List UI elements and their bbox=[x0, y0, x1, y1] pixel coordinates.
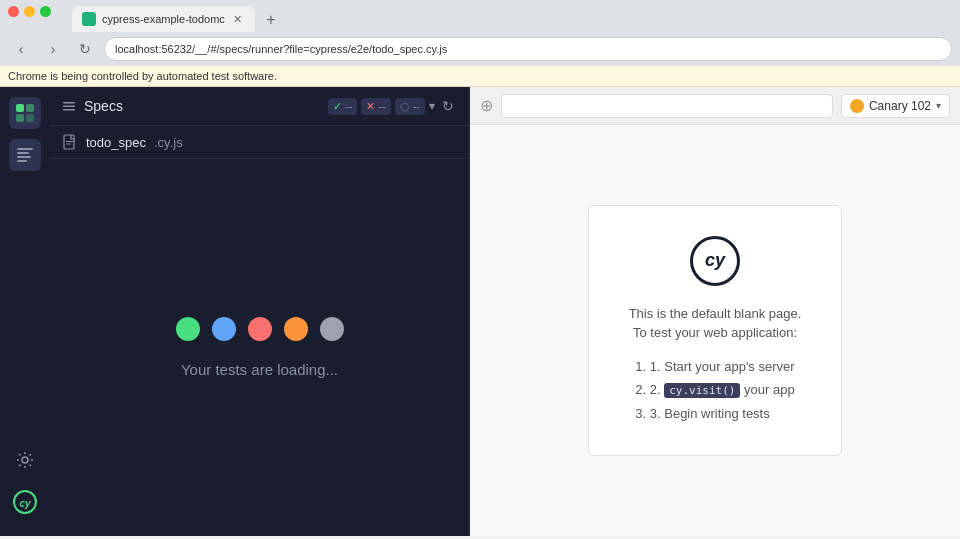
svg-rect-4 bbox=[17, 148, 33, 150]
maximize-button[interactable] bbox=[40, 6, 51, 17]
browser-chrome-top: cypress-example-todomc ✕ + bbox=[0, 0, 960, 32]
sidebar-item-logo[interactable] bbox=[9, 97, 41, 129]
preview-content: cy This is the default blank page. To te… bbox=[470, 125, 960, 536]
new-tab-button[interactable]: + bbox=[259, 8, 283, 32]
test-panel-header: Specs ✓ -- ✕ -- ◌ -- ▾ ↻ bbox=[50, 87, 469, 126]
omnibar-bar: ‹ › ↻ localhost:56232/__/#/specs/runner?… bbox=[0, 32, 960, 66]
pass-badge: ✓ -- bbox=[328, 98, 357, 115]
cy-logo-circle: cy bbox=[690, 236, 740, 286]
preview-url-input[interactable] bbox=[501, 94, 833, 118]
browser-name: Canary 102 bbox=[869, 99, 931, 113]
browser-dropdown-icon[interactable]: ▾ bbox=[936, 100, 941, 111]
cypress-sidebar: cy bbox=[0, 87, 50, 536]
dot-green bbox=[176, 317, 200, 341]
url-bar[interactable]: localhost:56232/__/#/specs/runner?file=c… bbox=[104, 37, 952, 61]
svg-rect-6 bbox=[17, 156, 31, 158]
svg-rect-11 bbox=[63, 102, 75, 104]
svg-rect-12 bbox=[63, 106, 75, 108]
spec-file-row[interactable]: todo_spec .cy.js bbox=[50, 126, 469, 159]
sidebar-item-cypress-logo[interactable]: cy bbox=[9, 486, 41, 518]
step-1: 1. Start your app's server bbox=[635, 355, 794, 378]
spec-filename: todo_spec bbox=[86, 135, 146, 150]
svg-text:cy: cy bbox=[19, 498, 31, 509]
tab-title: cypress-example-todomc bbox=[102, 13, 225, 25]
blank-page-description: This is the default blank page. To test … bbox=[629, 304, 802, 343]
sidebar-item-specs[interactable] bbox=[9, 139, 41, 171]
svg-point-8 bbox=[22, 457, 28, 463]
spec-extension: .cy.js bbox=[154, 135, 183, 150]
menu-icon bbox=[62, 99, 76, 113]
info-bar: Chrome is being controlled by automated … bbox=[0, 66, 960, 87]
toolbar-icons: ✓ -- ✕ -- ◌ -- ▾ ↻ bbox=[328, 95, 457, 117]
test-panel: Specs ✓ -- ✕ -- ◌ -- ▾ ↻ bbox=[50, 87, 470, 536]
svg-rect-15 bbox=[66, 141, 73, 142]
close-button[interactable] bbox=[8, 6, 19, 17]
dot-orange bbox=[284, 317, 308, 341]
skip-badge: ◌ -- bbox=[395, 98, 425, 115]
loading-area: Your tests are loading... bbox=[50, 159, 469, 536]
dropdown-button[interactable]: ▾ bbox=[429, 99, 435, 113]
svg-rect-16 bbox=[66, 144, 71, 145]
cy-visit-badge: cy.visit() bbox=[664, 383, 740, 398]
refresh-button[interactable]: ↻ bbox=[72, 36, 98, 62]
main-layout: cy Specs ✓ -- ✕ -- ◌ bbox=[0, 87, 960, 536]
blank-page-box: cy This is the default blank page. To te… bbox=[588, 205, 843, 456]
fail-badge: ✕ -- bbox=[361, 98, 390, 115]
svg-rect-2 bbox=[16, 114, 24, 122]
traffic-lights bbox=[0, 0, 59, 23]
skip-count: -- bbox=[413, 100, 420, 112]
blank-page-line2: To test your web application: bbox=[633, 325, 797, 340]
step-3: 3. Begin writing tests bbox=[635, 402, 794, 425]
svg-rect-13 bbox=[63, 109, 75, 111]
cy-logo-text: cy bbox=[705, 250, 725, 271]
fail-icon: ✕ bbox=[366, 100, 375, 113]
svg-rect-1 bbox=[26, 104, 34, 112]
blank-page-steps: 1. Start your app's server 2. cy.visit()… bbox=[635, 355, 794, 425]
dot-gray bbox=[320, 317, 344, 341]
pass-count: -- bbox=[345, 100, 352, 112]
url-text: localhost:56232/__/#/specs/runner?file=c… bbox=[115, 43, 447, 55]
sidebar-item-settings[interactable] bbox=[9, 444, 41, 476]
specs-title: Specs bbox=[84, 98, 123, 114]
preview-bar: ⊕ Canary 102 ▾ bbox=[470, 87, 960, 125]
svg-rect-3 bbox=[26, 114, 34, 122]
tab-close-button[interactable]: ✕ bbox=[231, 12, 245, 26]
check-icon: ✓ bbox=[333, 100, 342, 113]
tab-favicon bbox=[82, 12, 96, 26]
file-icon bbox=[62, 134, 78, 150]
minimize-button[interactable] bbox=[24, 6, 35, 17]
spinner-icon: ◌ bbox=[400, 100, 410, 113]
back-button[interactable]: ‹ bbox=[8, 36, 34, 62]
browser-icon bbox=[850, 99, 864, 113]
info-bar-text: Chrome is being controlled by automated … bbox=[8, 70, 277, 82]
dot-red bbox=[248, 317, 272, 341]
fail-count: -- bbox=[378, 100, 385, 112]
dot-blue bbox=[212, 317, 236, 341]
forward-button[interactable]: › bbox=[40, 36, 66, 62]
refresh-tests-button[interactable]: ↻ bbox=[439, 95, 457, 117]
browser-selector[interactable]: Canary 102 ▾ bbox=[841, 94, 950, 118]
preview-globe-icon: ⊕ bbox=[480, 96, 493, 115]
loading-dots bbox=[176, 317, 344, 341]
blank-page-line1: This is the default blank page. bbox=[629, 306, 802, 321]
step-2: 2. cy.visit() your app bbox=[635, 378, 794, 401]
svg-rect-7 bbox=[17, 160, 27, 162]
browser-preview: ⊕ Canary 102 ▾ cy This is the default bl… bbox=[470, 87, 960, 536]
loading-text: Your tests are loading... bbox=[181, 361, 338, 378]
browser-tab[interactable]: cypress-example-todomc ✕ bbox=[72, 6, 255, 32]
svg-rect-0 bbox=[16, 104, 24, 112]
svg-rect-5 bbox=[17, 152, 29, 154]
